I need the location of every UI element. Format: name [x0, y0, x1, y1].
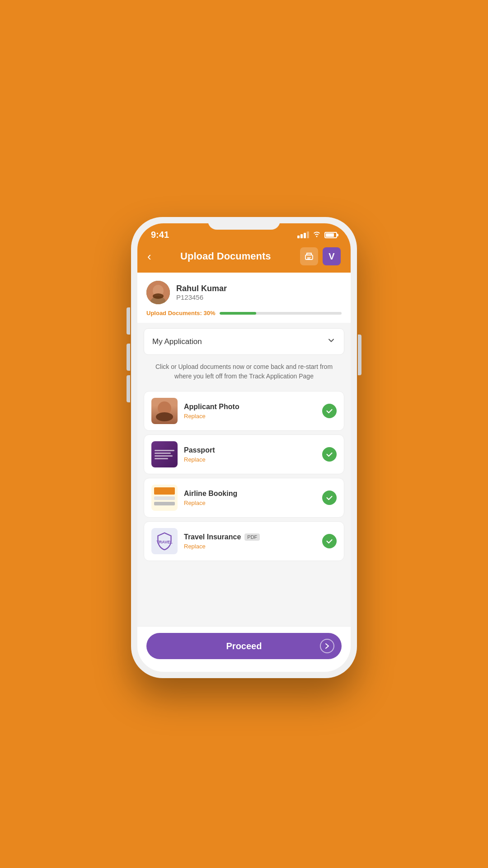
- chevron-down-icon: [327, 336, 336, 347]
- user-name: Rahul Kumar: [176, 284, 227, 293]
- scroll-content[interactable]: Rahul Kumar P123456 Upload Documents: 30…: [137, 273, 351, 672]
- doc-card-travel-insurance[interactable]: TRAVEL Travel Insurance PDF Replace: [144, 521, 344, 561]
- doc-info-applicant-photo: Applicant Photo Replace: [184, 403, 316, 420]
- wifi-icon: [313, 231, 321, 239]
- user-details: Rahul Kumar P123456: [176, 284, 227, 301]
- nav-title: Upload Documents: [180, 250, 271, 262]
- doc-info-travel-insurance: Travel Insurance PDF Replace: [184, 533, 316, 550]
- status-icons: [297, 231, 337, 239]
- svg-point-6: [153, 293, 164, 299]
- svg-rect-2: [307, 259, 310, 259]
- proceed-arrow-icon: [320, 639, 334, 653]
- status-time: 9:41: [151, 230, 169, 240]
- doc-name-travel-insurance: Travel Insurance PDF: [184, 533, 316, 541]
- progress-section: Upload Documents: 30%: [146, 310, 342, 316]
- doc-thumbnail-applicant-photo: [151, 398, 178, 424]
- battery-icon: [324, 232, 337, 238]
- doc-card-airline-booking[interactable]: Airline Booking Replace: [144, 478, 344, 518]
- doc-thumbnail-travel-insurance: TRAVEL: [151, 528, 178, 554]
- print-icon[interactable]: [300, 247, 318, 265]
- replace-link-applicant-photo[interactable]: Replace: [184, 413, 316, 420]
- progress-bar-bg: [220, 312, 342, 315]
- my-application-dropdown[interactable]: My Application: [144, 328, 344, 355]
- signal-icon: [297, 231, 309, 238]
- proceed-section: Proceed: [137, 626, 351, 672]
- progress-bar-fill: [220, 312, 256, 315]
- progress-label: Upload Documents: 30%: [146, 310, 215, 316]
- check-icon-airline-booking: [322, 491, 337, 505]
- v-icon-button[interactable]: V: [323, 247, 341, 265]
- replace-link-travel-insurance[interactable]: Replace: [184, 543, 316, 550]
- check-icon-travel-insurance: [322, 534, 337, 548]
- pdf-badge: PDF: [244, 533, 260, 541]
- svg-rect-1: [307, 257, 311, 258]
- check-icon-passport: [322, 447, 337, 462]
- check-icon-applicant-photo: [322, 404, 337, 418]
- doc-thumbnail-airline-booking: [151, 485, 178, 511]
- replace-link-airline-booking[interactable]: Replace: [184, 500, 316, 506]
- proceed-label: Proceed: [226, 641, 262, 651]
- doc-card-applicant-photo[interactable]: Applicant Photo Replace: [144, 391, 344, 431]
- progress-percent: 30%: [203, 310, 215, 316]
- user-id: P123456: [176, 293, 227, 301]
- back-button[interactable]: ‹: [147, 250, 151, 264]
- doc-card-passport[interactable]: Passport Replace: [144, 434, 344, 474]
- info-text: Click or Upload documents now or come ba…: [137, 360, 351, 387]
- phone-mockup: 9:41 ‹ Uplo: [131, 217, 357, 678]
- replace-link-passport[interactable]: Replace: [184, 456, 316, 463]
- nav-bar: ‹ Upload Documents V: [137, 243, 351, 273]
- phone-outer: 9:41 ‹ Uplo: [131, 217, 357, 678]
- phone-notch: [208, 217, 280, 230]
- avatar: [146, 281, 170, 304]
- doc-name-passport: Passport: [184, 446, 316, 454]
- doc-thumbnail-passport: [151, 441, 178, 467]
- phone-inner: 9:41 ‹ Uplo: [137, 223, 351, 672]
- doc-name-applicant-photo: Applicant Photo: [184, 403, 316, 411]
- user-card: Rahul Kumar P123456 Upload Documents: 30…: [137, 273, 351, 323]
- svg-text:TRAVEL: TRAVEL: [156, 540, 173, 544]
- doc-name-airline-booking: Airline Booking: [184, 490, 316, 498]
- nav-icons: V: [300, 247, 341, 265]
- doc-info-airline-booking: Airline Booking Replace: [184, 490, 316, 506]
- proceed-button[interactable]: Proceed: [146, 633, 342, 659]
- dropdown-label: My Application: [152, 337, 202, 346]
- doc-info-passport: Passport Replace: [184, 446, 316, 463]
